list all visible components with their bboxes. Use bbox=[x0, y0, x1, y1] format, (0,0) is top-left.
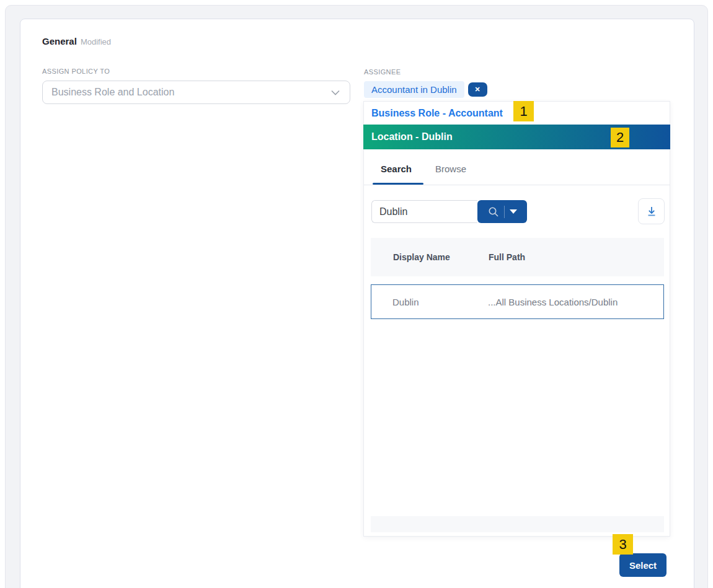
location-header-label: Location - Dublin bbox=[371, 131, 453, 143]
panel-footer-bar bbox=[371, 516, 664, 532]
table-row[interactable]: Dublin ...All Business Locations/Dublin bbox=[371, 284, 664, 319]
search-input[interactable] bbox=[371, 200, 477, 223]
select-button[interactable]: Select bbox=[619, 553, 666, 577]
chip-remove-button[interactable]: ✕ bbox=[468, 82, 487, 97]
assignee-chip[interactable]: Accountant in Dublin bbox=[364, 81, 464, 98]
modified-status: Modified bbox=[81, 37, 111, 46]
business-role-header-label: Business Role - Accountant bbox=[371, 108, 503, 119]
tab-search[interactable]: Search bbox=[381, 164, 412, 174]
x-icon: ✕ bbox=[474, 86, 480, 93]
search-button[interactable] bbox=[477, 200, 527, 223]
tabs-divider bbox=[364, 185, 670, 185]
assignee-chip-row: Accountant in Dublin ✕ bbox=[364, 81, 487, 98]
assignee-label: ASSIGNEE bbox=[364, 68, 401, 76]
chevron-down-icon bbox=[331, 90, 340, 95]
column-header-display-name: Display Name bbox=[393, 252, 450, 262]
screen: GeneralModified ASSIGN POLICY TO Busines… bbox=[0, 0, 713, 588]
annotation-badge-2: 2 bbox=[611, 128, 629, 147]
assign-policy-label: ASSIGN POLICY TO bbox=[42, 68, 110, 75]
button-separator bbox=[504, 206, 505, 218]
assignee-picker-panel: Business Role - Accountant Location - Du… bbox=[363, 101, 670, 537]
cell-display-name: Dublin bbox=[392, 297, 419, 307]
assign-policy-select[interactable]: Business Role and Location bbox=[42, 81, 350, 104]
annotation-badge-3: 3 bbox=[613, 534, 633, 555]
magnifier-icon bbox=[488, 206, 499, 217]
download-icon bbox=[645, 205, 658, 217]
tab-browse[interactable]: Browse bbox=[435, 164, 466, 174]
annotation-badge-1: 1 bbox=[513, 101, 534, 121]
column-header-full-path: Full Path bbox=[489, 252, 525, 262]
section-title-text: General bbox=[42, 36, 77, 46]
caret-down-icon[interactable] bbox=[510, 209, 517, 214]
section-title: GeneralModified bbox=[42, 36, 111, 46]
results-table-header: Display Name Full Path bbox=[371, 238, 664, 276]
assign-policy-value: Business Role and Location bbox=[51, 87, 331, 98]
download-button[interactable] bbox=[638, 198, 665, 224]
cell-full-path: ...All Business Locations/Dublin bbox=[488, 297, 618, 307]
picker-tabs: Search Browse bbox=[364, 164, 670, 185]
